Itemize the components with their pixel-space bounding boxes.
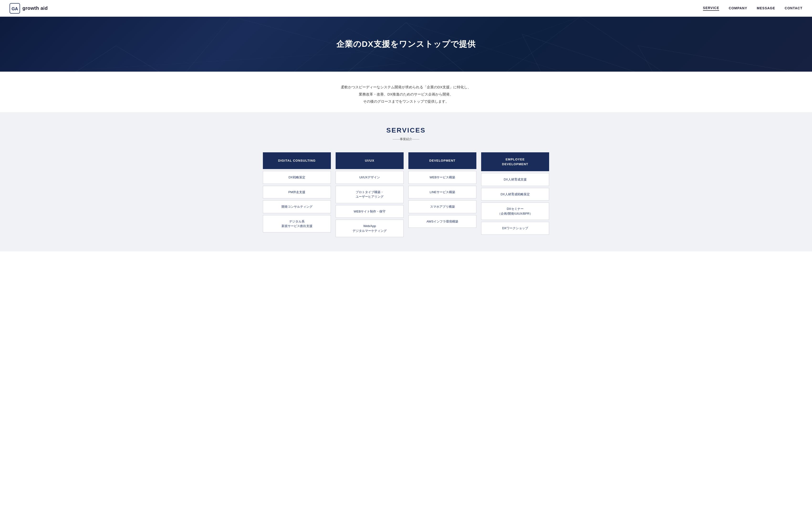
services-grid: DIGITAL CONSULTINGDX戦略策定PM伴走支援開発コンサルティング… xyxy=(263,152,549,237)
description-line2: 業務改革・改善、DX推進のためのサービス企画から開発、 xyxy=(5,91,807,98)
service-item-2-3: AWSインフラ環境構築 xyxy=(409,215,476,228)
service-item-0-0: DX戦略策定 xyxy=(263,171,331,184)
service-item-0-2: 開発コンサルティング xyxy=(263,200,331,213)
nav-item-message[interactable]: MESSAGE xyxy=(757,6,775,10)
services-section: SERVICES 事業紹介 DIGITAL CONSULTINGDX戦略策定PM… xyxy=(0,112,812,252)
service-item-0-1: PM伴走支援 xyxy=(263,186,331,199)
description-section: 柔軟かつスピーディーなシステム開発が求められる「企業のDX支援」に特化し、 業務… xyxy=(0,72,812,112)
service-item-2-2: スマホアプリ構築 xyxy=(409,200,476,213)
logo-area: GA growth aid xyxy=(9,3,48,14)
service-column-0: DIGITAL CONSULTINGDX戦略策定PM伴走支援開発コンサルティング… xyxy=(263,152,331,237)
nav-item-contact[interactable]: CONTACT xyxy=(785,6,803,10)
services-title: SERVICES xyxy=(9,127,803,134)
service-column-1: UI/UXUI/UXデザインプロトタイプ構築・ ユーザーヒアリングWEBサイト制… xyxy=(336,152,403,237)
svg-marker-4 xyxy=(0,46,290,72)
nav-item-service[interactable]: SERVICE xyxy=(703,6,719,11)
hero-title: 企業のDX支援をワンストップで提供 xyxy=(336,39,475,50)
service-item-3-3: DXワークショップ xyxy=(481,222,549,235)
service-item-1-2: WEBサイト制作・保守 xyxy=(336,205,403,218)
header: GA growth aid SERVICECOMPANYMESSAGECONTA… xyxy=(0,0,812,17)
svg-text:GA: GA xyxy=(12,6,18,11)
service-item-3-2: DXセミナー （企画/開発/UIUX/BPR） xyxy=(481,203,549,220)
description-line3: その後のグロースまでをワンストップで提供します。 xyxy=(5,98,807,105)
service-item-0-3: デジタル系 新規サービス創出支援 xyxy=(263,215,331,233)
services-subtitle: 事業紹介 xyxy=(395,136,417,143)
service-column-2: DEVELOPMENTWEBサービス構築LINEサービス構築スマホアプリ構築AW… xyxy=(409,152,476,237)
description-line1: 柔軟かつスピーディーなシステム開発が求められる「企業のDX支援」に特化し、 xyxy=(5,83,807,91)
service-item-3-1: DX人材育成戦略策定 xyxy=(481,188,549,201)
service-item-1-1: プロトタイプ構築・ ユーザーヒアリング xyxy=(336,186,403,203)
logo-icon: GA xyxy=(9,3,20,14)
service-item-2-1: LINEサービス構築 xyxy=(409,186,476,199)
nav-item-company[interactable]: COMPANY xyxy=(729,6,747,10)
service-item-1-3: Web/App デジタルマーケティング xyxy=(336,220,403,237)
logo-text: growth aid xyxy=(22,5,48,11)
service-column-3: EMPLOYEE DEVELOPMENTDX人材育成支援DX人材育成戦略策定DX… xyxy=(481,152,549,237)
services-header: SERVICES 事業紹介 xyxy=(9,127,803,143)
hero-banner: 企業のDX支援をワンストップで提供 xyxy=(0,17,812,72)
svg-marker-7 xyxy=(522,34,696,72)
svg-marker-5 xyxy=(638,46,812,72)
service-column-header-1: UI/UX xyxy=(336,152,403,169)
service-column-header-3: EMPLOYEE DEVELOPMENT xyxy=(481,152,549,171)
service-item-3-0: DX人材育成支援 xyxy=(481,173,549,186)
service-item-1-0: UI/UXデザイン xyxy=(336,171,403,184)
main-nav: SERVICECOMPANYMESSAGECONTACT xyxy=(703,6,803,11)
service-column-header-2: DEVELOPMENT xyxy=(409,152,476,169)
service-column-header-0: DIGITAL CONSULTING xyxy=(263,152,331,169)
service-item-2-0: WEBサービス構築 xyxy=(409,171,476,184)
